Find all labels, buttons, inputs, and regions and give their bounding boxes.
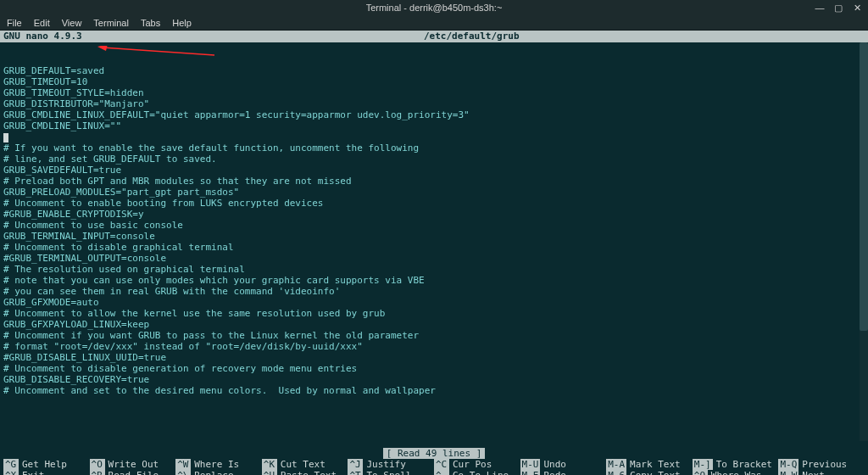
file-line: # The resolution used on graphical termi…: [3, 264, 865, 275]
file-line: #GRUB_DISABLE_LINUX_UUID=true: [3, 352, 865, 363]
file-line: [3, 131, 865, 142]
nano-status-line: [ Read 49 lines ]: [0, 448, 868, 459]
file-line: GRUB_GFXMODE=auto: [3, 297, 865, 308]
file-line: # format "root=/dev/xxx" instead of "roo…: [3, 341, 865, 352]
nano-filename: /etc/default/grub: [424, 31, 868, 42]
shortcut-item: M-AMark Text: [606, 459, 693, 470]
shortcut-label: Where Was: [711, 470, 762, 475]
shortcut-key: ^\: [175, 470, 191, 475]
file-line: # Uncomment to disable graphical termina…: [3, 242, 865, 253]
shortcut-key: M-Q: [778, 459, 798, 470]
shortcut-label: Where Is: [194, 459, 239, 470]
menu-file[interactable]: File: [7, 18, 22, 28]
menu-tabs[interactable]: Tabs: [141, 18, 160, 28]
shortcut-label: Cut Text: [281, 459, 326, 470]
shortcut-item: ^RRead File: [90, 470, 176, 475]
window-title: Terminal - derrik@b450m-ds3h:~: [366, 3, 503, 13]
minimize-icon[interactable]: —: [814, 3, 826, 14]
file-line: # Preload both GPT and MBR modules so th…: [3, 176, 865, 187]
file-line: #GRUB_TERMINAL_OUTPUT=console: [3, 253, 865, 264]
nano-status-text: [ Read 49 lines ]: [383, 448, 486, 459]
shortcut-label: Undo: [543, 459, 566, 470]
shortcut-key: M-E: [520, 470, 541, 475]
scrollbar-thumb[interactable]: [860, 42, 868, 331]
shortcut-label: Replace: [194, 470, 233, 475]
window-titlebar: Terminal - derrik@b450m-ds3h:~ — ▢ ✕: [0, 0, 868, 15]
shortcut-label: Read File: [108, 470, 159, 475]
close-icon[interactable]: ✕: [851, 3, 863, 14]
shortcut-key: ^J: [348, 459, 363, 470]
shortcut-item: ^KCut Text: [262, 459, 348, 470]
file-line: # Uncomment to enable booting from LUKS …: [3, 198, 865, 209]
shortcut-label: Previous: [802, 459, 847, 470]
shortcut-key: M-U: [520, 459, 541, 470]
shortcut-item: ^QWhere Was: [693, 470, 779, 475]
menu-edit[interactable]: Edit: [34, 18, 50, 28]
shortcut-key: ^R: [90, 470, 105, 475]
file-line: # Uncomment if you want GRUB to pass to …: [3, 330, 865, 341]
svg-marker-1: [97, 46, 108, 51]
file-line: GRUB_CMDLINE_LINUX_DEFAULT="quiet apparm…: [3, 109, 865, 120]
shortcut-label: Go To Line: [453, 470, 509, 475]
shortcut-label: Mark Text: [630, 459, 681, 470]
shortcut-item: ^\Replace: [175, 470, 262, 475]
shortcut-item: ^UPaste Text: [262, 470, 348, 475]
menu-view[interactable]: View: [62, 18, 82, 28]
shortcut-key: ^W: [175, 459, 191, 470]
shortcut-key: ^X: [3, 470, 19, 475]
nano-header: GNU nano 4.9.3 /etc/default/grub: [0, 31, 868, 42]
shortcut-label: Justify: [366, 459, 405, 470]
file-line: # Uncomment and set to the desired menu …: [3, 385, 865, 396]
shortcut-item: ^OWrite Out: [90, 459, 176, 470]
file-line: GRUB_GFXPAYLOAD_LINUX=keep: [3, 319, 865, 330]
shortcut-key: ^K: [262, 459, 277, 470]
menu-terminal[interactable]: Terminal: [93, 18, 129, 28]
file-line: # Uncomment to disable generation of rec…: [3, 363, 865, 374]
nano-version: GNU nano 4.9.3: [0, 31, 424, 42]
shortcut-item: ^CCur Pos: [434, 459, 520, 470]
file-line: # If you want to enable the save default…: [3, 142, 865, 154]
file-line: GRUB_CMDLINE_LINUX="": [3, 120, 865, 131]
shortcut-label: To Spell: [366, 470, 411, 475]
shortcut-item: ^GGet Help: [3, 459, 90, 470]
file-line: GRUB_TERMINAL_INPUT=console: [3, 231, 865, 242]
file-line: # Uncomment to allow the kernel use the …: [3, 308, 865, 319]
shortcut-item: M-QPrevious: [778, 459, 865, 470]
file-line: # Uncomment to use basic console: [3, 220, 865, 231]
shortcut-key: ^T: [348, 470, 363, 475]
file-line: GRUB_TIMEOUT_STYLE=hidden: [3, 87, 865, 98]
shortcut-item: ^XExit: [3, 470, 90, 475]
menubar: File Edit View Terminal Tabs Help: [0, 15, 868, 31]
shortcut-key: M-]: [693, 459, 713, 470]
nano-shortcut-bar: ^GGet Help^OWrite Out^WWhere Is^KCut Tex…: [0, 459, 868, 475]
shortcut-key: ^Q: [693, 470, 708, 475]
maximize-icon[interactable]: ▢: [832, 3, 844, 14]
shortcut-key: ^C: [434, 459, 449, 470]
shortcut-item: M-]To Bracket: [693, 459, 779, 470]
text-cursor: [3, 133, 8, 142]
shortcut-key: ^O: [90, 459, 105, 470]
file-line: GRUB_DISTRIBUTOR="Manjaro": [3, 98, 865, 109]
file-line: GRUB_SAVEDEFAULT=true: [3, 165, 865, 176]
shortcut-label: Exit: [22, 470, 45, 475]
editor-area[interactable]: GRUB_DEFAULT=savedGRUB_TIMEOUT=10GRUB_TI…: [0, 42, 868, 448]
file-line: # note that you can use only modes which…: [3, 275, 865, 286]
shortcut-item: M-WNext: [778, 470, 865, 475]
shortcut-item: ^TTo Spell: [348, 470, 434, 475]
shortcut-label: Get Help: [22, 459, 67, 470]
shortcut-key: ^U: [262, 470, 277, 475]
shortcut-label: Paste Text: [281, 470, 337, 475]
menu-help[interactable]: Help: [172, 18, 192, 28]
window-controls: — ▢ ✕: [814, 3, 863, 14]
file-line: GRUB_DEFAULT=saved: [3, 65, 865, 76]
file-line: GRUB_TIMEOUT=10: [3, 76, 865, 87]
file-line: # you can see them in real GRUB with the…: [3, 286, 865, 297]
svg-line-0: [103, 48, 214, 55]
shortcut-key: M-W: [778, 470, 798, 475]
shortcut-key: M-A: [606, 459, 626, 470]
shortcut-label: To Bracket: [716, 459, 772, 470]
shortcut-item: ^_Go To Line: [434, 470, 520, 475]
shortcut-label: Copy Text: [630, 470, 681, 475]
shortcut-item: M-UUndo: [520, 459, 607, 470]
shortcut-item: ^WWhere Is: [175, 459, 262, 470]
